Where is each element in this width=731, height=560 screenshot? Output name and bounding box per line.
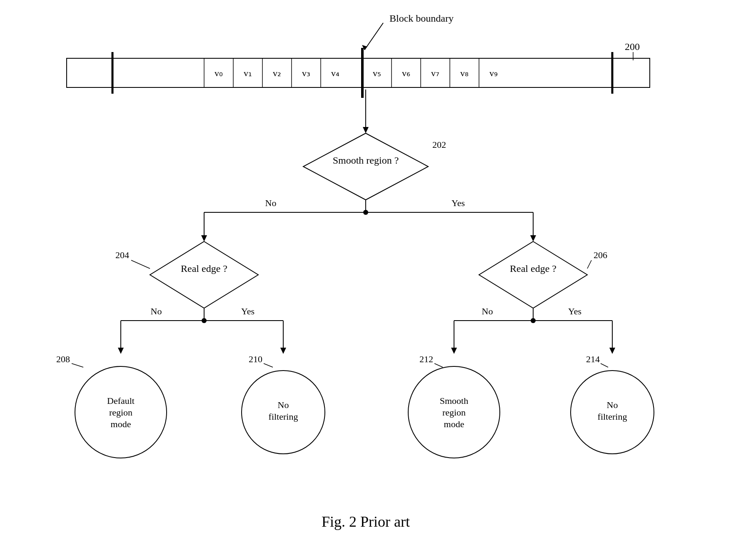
svg-text:region: region: [109, 407, 132, 418]
no-filtering-left-label: No: [278, 400, 289, 410]
real-edge-right-label: Real edge ?: [510, 263, 556, 274]
svg-text:mode: mode: [444, 419, 464, 429]
yes-label-right-2: Yes: [568, 306, 581, 316]
svg-text:filtering: filtering: [598, 411, 627, 422]
smooth-region-label: Smooth region ?: [333, 155, 399, 166]
diagram: v₀ v₁ v₂ v₃ v₄ v₅ v₆ v₇ v₈ v₉ Block boun…: [0, 0, 731, 560]
no-label-right-2: No: [482, 306, 493, 316]
svg-text:filtering: filtering: [269, 411, 298, 422]
no-label-1: No: [265, 198, 277, 208]
svg-marker-26: [530, 235, 536, 241]
no-filtering-right-label: No: [607, 400, 618, 410]
cell-v3: v₃: [302, 68, 310, 78]
cell-v8: v₈: [460, 68, 469, 78]
svg-marker-38: [280, 348, 286, 354]
svg-marker-46: [609, 348, 615, 354]
no-label-left-2: No: [151, 306, 162, 316]
svg-text:region: region: [442, 407, 466, 418]
flowchart-svg: v₀ v₁ v₂ v₃ v₄ v₅ v₆ v₇ v₈ v₉ Block boun…: [0, 0, 731, 560]
ref-204: 204: [115, 250, 129, 260]
yes-label-1: Yes: [452, 198, 465, 208]
block-boundary-label: Block boundary: [389, 13, 454, 24]
svg-line-60: [601, 363, 608, 367]
ref-212: 212: [419, 354, 433, 364]
cell-v7: v₇: [431, 68, 439, 78]
ref-202: 202: [432, 139, 446, 150]
cell-v5: v₅: [373, 68, 381, 78]
cell-v4: v₄: [331, 68, 339, 78]
real-edge-left-label: Real edge ?: [181, 263, 227, 274]
svg-line-57: [434, 363, 443, 367]
svg-line-50: [72, 363, 83, 367]
cell-v9: v₉: [489, 68, 498, 78]
svg-line-13: [364, 23, 383, 50]
fig-caption: Fig. 2 Prior art: [322, 513, 410, 530]
svg-marker-29: [479, 241, 587, 308]
svg-marker-36: [118, 348, 124, 354]
cell-v1: v₁: [244, 68, 252, 78]
cell-v2: v₂: [273, 68, 281, 78]
svg-line-28: [131, 260, 150, 269]
yes-label-left-2: Yes: [241, 306, 254, 316]
svg-text:mode: mode: [111, 419, 131, 429]
cell-v0: v₀: [215, 68, 223, 78]
ref-200: 200: [625, 41, 640, 52]
ref-210: 210: [249, 354, 262, 364]
svg-marker-18: [303, 133, 428, 200]
svg-marker-24: [201, 235, 207, 241]
ref-206: 206: [594, 250, 607, 260]
svg-line-53: [264, 363, 273, 367]
cell-v6: v₆: [402, 68, 410, 78]
svg-rect-0: [67, 58, 650, 87]
svg-marker-44: [451, 348, 457, 354]
svg-marker-17: [363, 127, 369, 133]
svg-line-30: [587, 260, 591, 269]
svg-marker-27: [150, 241, 258, 308]
default-region-label: Default: [107, 396, 135, 406]
ref-208: 208: [56, 354, 70, 364]
smooth-region-mode-label: Smooth: [440, 396, 468, 406]
ref-214: 214: [586, 354, 600, 364]
